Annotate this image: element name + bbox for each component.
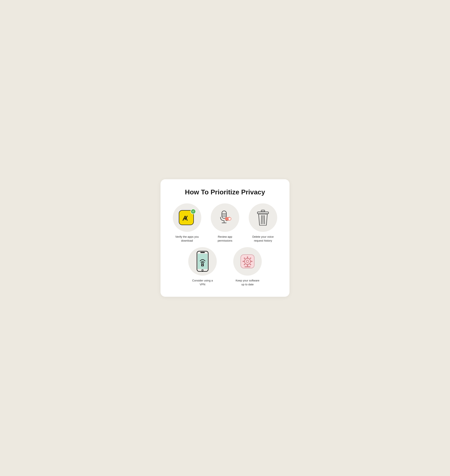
top-grid: Verify the apps you download [170, 203, 280, 243]
svg-rect-12 [261, 210, 265, 212]
svg-line-14 [261, 215, 262, 224]
icon-circle-settings [233, 247, 262, 276]
icon-circle-vpn [188, 247, 217, 276]
main-card: How To Prioritize Privacy [160, 179, 290, 297]
mic-svg [217, 209, 233, 226]
label-delete-history: Delete your voice request history [249, 235, 276, 243]
page-title: How To Prioritize Privacy [170, 188, 280, 196]
label-software-update: Keep your software up to date [234, 279, 261, 286]
item-software-update: Keep your software up to date [226, 247, 268, 286]
microphone-icon [217, 209, 233, 226]
svg-rect-29 [243, 261, 244, 262]
icon-circle-delete [249, 203, 277, 232]
checkmark-badge [190, 209, 196, 214]
trash-icon [255, 209, 270, 226]
svg-rect-23 [202, 265, 203, 266]
label-vpn: Consider using a VPN [189, 279, 216, 286]
svg-rect-27 [247, 256, 248, 258]
item-delete-history: Delete your voice request history [246, 203, 280, 243]
svg-rect-28 [247, 265, 248, 266]
svg-rect-30 [251, 261, 252, 262]
bottom-grid: Consider using a VPN [170, 247, 280, 286]
icon-circle-verify [173, 203, 201, 232]
settings-icon [239, 253, 256, 270]
app-store-svg [182, 213, 191, 222]
app-store-icon [179, 209, 195, 226]
phone-svg [196, 250, 209, 272]
svg-point-22 [202, 265, 203, 266]
svg-line-16 [264, 215, 265, 224]
phone-icon [196, 251, 209, 272]
svg-rect-13 [257, 212, 268, 214]
item-review-permissions: Review app permissions [207, 203, 243, 243]
svg-rect-4 [222, 211, 226, 218]
trash-svg [256, 210, 270, 226]
icon-circle-permissions [211, 203, 239, 232]
svg-rect-19 [200, 252, 205, 253]
svg-rect-35 [244, 266, 250, 267]
item-vpn: Consider using a VPN [182, 247, 224, 286]
settings-svg [239, 253, 256, 270]
label-verify-apps: Verify the apps you download [174, 235, 201, 243]
svg-point-11 [228, 217, 231, 220]
label-review-permissions: Review app permissions [212, 235, 238, 243]
svg-point-20 [202, 269, 203, 271]
item-verify-apps: Verify the apps you download [170, 203, 204, 243]
